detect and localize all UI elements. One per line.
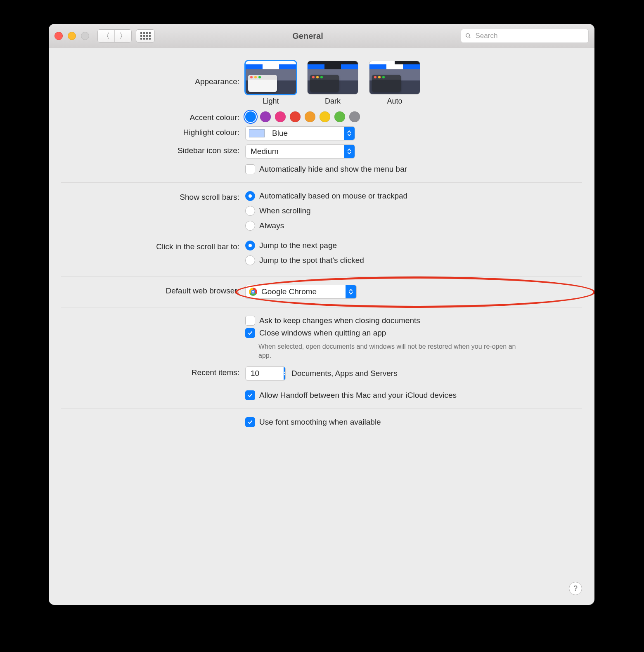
accent-swatch[interactable] [320, 111, 330, 122]
zoom-window-button [81, 32, 89, 40]
default-browser-select[interactable]: Google Chrome [245, 285, 357, 299]
accent-swatch[interactable] [334, 111, 345, 122]
back-button[interactable]: 〈 [98, 30, 114, 42]
appearance-label: Appearance: [61, 61, 245, 86]
show-scroll-bars-option[interactable]: Automatically based on mouse or trackpad [245, 191, 582, 201]
ask-keep-changes-checkbox[interactable]: Ask to keep changes when closing documen… [245, 316, 582, 326]
handoff-checkbox[interactable]: Allow Handoff between this Mac and your … [245, 390, 582, 400]
chevron-updown-icon [344, 145, 355, 158]
appearance-option-auto[interactable]: Auto [369, 61, 420, 106]
accent-swatch[interactable] [349, 111, 360, 122]
colour-sample [249, 129, 265, 137]
content-area: Appearance: Light Dark Auto [49, 48, 594, 427]
highlight-colour-select[interactable]: Blue [245, 126, 355, 140]
scroll-bar-click-label: Click in the scroll bar to: [61, 241, 245, 251]
window-controls [54, 32, 89, 40]
recent-items-label: Recent items: [61, 366, 245, 377]
preferences-window: 〈 〉 General Appearance: Light [49, 24, 594, 605]
search-icon [465, 33, 471, 39]
chevron-updown-icon [346, 285, 356, 298]
help-button[interactable]: ? [569, 582, 582, 595]
accent-swatch[interactable] [275, 111, 286, 122]
annotation-circle: Google Chrome [245, 285, 582, 299]
close-window-button[interactable] [54, 32, 63, 40]
accent-swatch[interactable] [245, 111, 256, 122]
recent-items-select[interactable]: 10 [245, 366, 286, 380]
accent-swatch[interactable] [305, 111, 315, 122]
font-smoothing-checkbox[interactable]: Use font smoothing when available [245, 417, 582, 427]
svg-line-1 [469, 37, 470, 38]
appearance-option-dark[interactable]: Dark [307, 61, 358, 106]
question-icon: ? [573, 584, 578, 593]
show-all-button[interactable] [136, 29, 155, 43]
grid-icon [140, 32, 151, 40]
show-scroll-bars-option[interactable]: When scrolling [245, 206, 582, 216]
auto-hide-menubar-checkbox[interactable]: Automatically hide and show the menu bar [245, 164, 582, 174]
close-windows-hint: When selected, open documents and window… [258, 342, 527, 360]
accent-swatch[interactable] [290, 111, 301, 122]
chrome-icon [249, 288, 257, 296]
nav-buttons: 〈 〉 [97, 29, 132, 43]
svg-point-0 [466, 34, 469, 37]
appearance-option-light[interactable]: Light [245, 61, 296, 106]
chevron-updown-icon [284, 367, 286, 380]
default-browser-label: Default web browser: [61, 285, 245, 295]
recent-items-suffix: Documents, Apps and Servers [291, 369, 398, 378]
accent-colour-label: Accent colour: [61, 111, 245, 122]
forward-button[interactable]: 〉 [114, 30, 131, 42]
show-scroll-bars-option[interactable]: Always [245, 221, 582, 231]
chevron-left-icon: 〈 [102, 31, 110, 41]
sidebar-icon-size-select[interactable]: Medium [245, 144, 355, 158]
window-title: General [155, 31, 461, 41]
accent-swatch[interactable] [260, 111, 271, 122]
close-windows-checkbox[interactable]: Close windows when quitting an app [245, 328, 582, 338]
search-input[interactable] [475, 31, 584, 40]
show-scroll-bars-label: Show scroll bars: [61, 191, 245, 202]
scroll-bar-click-option[interactable]: Jump to the next page [245, 241, 582, 250]
chevron-right-icon: 〉 [119, 31, 127, 41]
titlebar: 〈 〉 General [49, 24, 594, 48]
search-field[interactable] [461, 29, 589, 43]
scroll-bar-click-option[interactable]: Jump to the spot that's clicked [245, 255, 582, 265]
sidebar-icon-size-label: Sidebar icon size: [61, 144, 245, 155]
accent-colour-swatches [245, 111, 582, 122]
chevron-updown-icon [344, 127, 355, 140]
highlight-colour-label: Highlight colour: [61, 126, 245, 137]
minimize-window-button[interactable] [68, 32, 76, 40]
